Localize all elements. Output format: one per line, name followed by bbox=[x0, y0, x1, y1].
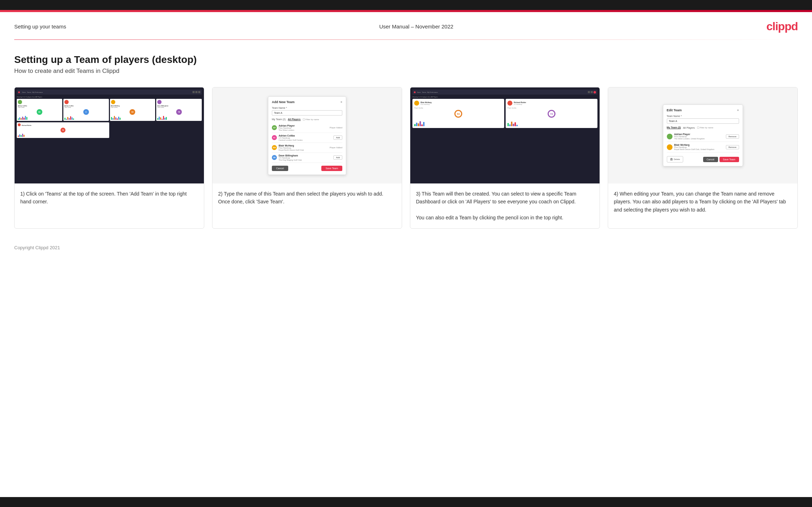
modal4-title: Edit Team bbox=[667, 108, 682, 112]
add-team-modal: Add New Team × Team Name * Team A My Tea… bbox=[268, 96, 346, 175]
modal4-player-avatar bbox=[667, 144, 673, 150]
modal2-team-name-label: Team Name * bbox=[272, 107, 342, 109]
clippd-logo: clippd bbox=[766, 20, 798, 33]
page-title: Setting up a Team of players (desktop) bbox=[14, 54, 798, 65]
step-4-card: Edit Team × Team Name * Team A My Team (… bbox=[608, 87, 798, 229]
modal2-footer: Cancel Save Team bbox=[272, 166, 342, 171]
modal2-add-player-button[interactable]: Add bbox=[333, 135, 342, 140]
modal4-filter: Filter by name bbox=[697, 127, 713, 129]
modal4-player-avatar bbox=[667, 134, 673, 139]
modal2-team-name-input[interactable]: Team A bbox=[272, 110, 342, 116]
modal2-title: Add New Team bbox=[272, 100, 295, 104]
header-center-text: User Manual – November 2022 bbox=[379, 23, 453, 30]
modal2-player-added-badge: Player Added bbox=[329, 127, 342, 129]
top-bar bbox=[0, 0, 812, 10]
modal4-tabs: My Team (2) All Players Filter by name bbox=[667, 126, 739, 129]
step-4-text: 4) When editing your Team, you can chang… bbox=[608, 183, 797, 228]
modal4-delete-button[interactable]: Delete bbox=[667, 156, 683, 162]
modal4-save-button[interactable]: Save Team bbox=[719, 157, 739, 162]
footer: Copyright Clippd 2021 bbox=[0, 239, 812, 256]
modal2-player-info: Blair McHarg Plus HandicapRoyal North De… bbox=[279, 144, 329, 151]
modal2-player-avatar: BM bbox=[272, 145, 277, 150]
modal2-player-avatar: AP bbox=[272, 125, 277, 130]
modal2-player-info: Dave Billingham 3.5 HandicapThe Dog Magi… bbox=[279, 154, 333, 161]
ss3-player-card-2: Richard Butler 2.5 Handicap Player Quali… bbox=[506, 99, 597, 128]
header-left-text: Setting up your teams bbox=[14, 23, 66, 30]
modal4-footer: Delete Cancel Save Team bbox=[667, 156, 739, 162]
modal4-cancel-button[interactable]: Cancel bbox=[703, 157, 718, 162]
modal2-player-info: Adrian Player Plus HandicapThe Shire Lon… bbox=[279, 124, 329, 131]
modal2-player-row: AC Adrian Coliba 1.5 HandicapCentral Lon… bbox=[272, 133, 342, 143]
step-3-card: Home Teams My Performance Showing 4 of 1… bbox=[410, 87, 600, 229]
modal4-close[interactable]: × bbox=[737, 108, 739, 112]
modal4-player-info: Adrian Player Plus HandicapThe Shire Lon… bbox=[674, 133, 726, 140]
step-1-text: 1) Click on 'Teams' at the top of the sc… bbox=[15, 183, 204, 228]
step-2-card: Add New Team × Team Name * Team A My Tea… bbox=[212, 87, 402, 229]
modal4-player-row: Blair McHarg Plus HandicapRoyal North De… bbox=[667, 142, 739, 153]
modal2-player-avatar: DB bbox=[272, 155, 277, 160]
modal2-tab-myteam[interactable]: My Team (2) bbox=[272, 118, 286, 121]
bottom-bar bbox=[0, 497, 812, 507]
ss1-player-card-4: Dave Billingham Player Quality 78 bbox=[156, 99, 202, 121]
ss1-player-card-2: Adrian Coliba Player Quality 0 bbox=[63, 99, 109, 121]
modal2-player-added-badge: Player Added bbox=[329, 146, 342, 149]
modal4-team-name-label: Team Name * bbox=[667, 115, 739, 117]
modal4-team-name-input[interactable]: Team A bbox=[667, 118, 739, 124]
modal2-player-row: DB Dave Billingham 3.5 HandicapThe Dog M… bbox=[272, 153, 342, 163]
edit-team-modal: Edit Team × Team Name * Team A My Team (… bbox=[663, 105, 743, 166]
main-content: Setting up a Team of players (desktop) H… bbox=[0, 40, 812, 239]
modal2-cancel-button[interactable]: Cancel bbox=[272, 166, 288, 171]
modal4-tab-myteam[interactable]: My Team (2) bbox=[667, 126, 681, 129]
modal2-close[interactable]: × bbox=[341, 100, 342, 104]
modal4-remove-button[interactable]: Remove bbox=[726, 145, 739, 149]
ss1-bottom-player: Richard Butler 72 bbox=[17, 122, 109, 138]
modal2-filter: Filter by name bbox=[303, 118, 319, 121]
modal2-save-button[interactable]: Save Team bbox=[321, 166, 342, 171]
step-4-screenshot: Edit Team × Team Name * Team A My Team (… bbox=[608, 87, 797, 183]
page-subtitle: How to create and edit Teams in Clippd bbox=[14, 68, 798, 75]
modal2-tab-allplayers[interactable]: All Players bbox=[288, 118, 301, 121]
modal2-player-row: BM Blair McHarg Plus HandicapRoyal North… bbox=[272, 143, 342, 153]
modal4-remove-button[interactable]: Remove bbox=[726, 134, 739, 139]
modal2-add-player-button[interactable]: Add bbox=[333, 155, 342, 160]
trash-icon bbox=[670, 158, 673, 161]
step-3-screenshot: Home Teams My Performance Showing 4 of 1… bbox=[410, 87, 600, 183]
ss3-player-card-1: Blair McHarg Plus Handicap Player Qualit… bbox=[412, 99, 504, 128]
modal2-player-avatar: AC bbox=[272, 135, 277, 140]
modal2-player-list: AP Adrian Player Plus HandicapThe Shire … bbox=[272, 123, 342, 163]
steps-grid: Home Teams My Performance Showing 8 of 1… bbox=[14, 87, 798, 229]
step-1-screenshot: Home Teams My Performance Showing 8 of 1… bbox=[15, 87, 204, 183]
modal4-tab-allplayers[interactable]: All Players bbox=[683, 127, 695, 129]
ss1-player-card-1: Adrian Coliba Player Quality 84 bbox=[17, 99, 62, 121]
step-1-card: Home Teams My Performance Showing 8 of 1… bbox=[14, 87, 204, 229]
modal2-player-info: Adrian Coliba 1.5 HandicapCentral London… bbox=[279, 134, 333, 141]
header: Setting up your teams User Manual – Nove… bbox=[0, 12, 812, 39]
modal2-player-row: AP Adrian Player Plus HandicapThe Shire … bbox=[272, 123, 342, 133]
modal4-player-info: Blair McHarg Plus HandicapRoyal North De… bbox=[674, 144, 726, 150]
ss1-player-card-3: Blair McHarg Player Quality 94 bbox=[110, 99, 155, 121]
modal4-player-row: Adrian Player Plus HandicapThe Shire Lon… bbox=[667, 131, 739, 142]
step-2-text: 2) Type the name of this Team and then s… bbox=[212, 183, 402, 228]
step-3-text: 3) This Team will then be created. You c… bbox=[410, 183, 600, 228]
copyright-text: Copyright Clippd 2021 bbox=[14, 245, 60, 250]
step-2-screenshot: Add New Team × Team Name * Team A My Tea… bbox=[212, 87, 402, 183]
